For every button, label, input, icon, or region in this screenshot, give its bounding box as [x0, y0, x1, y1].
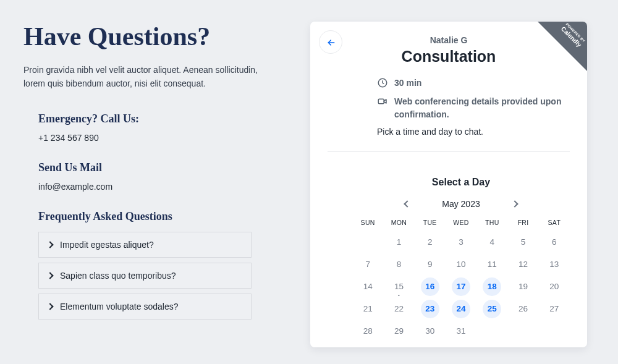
calendar-day: 29 [383, 321, 414, 341]
calendar-day[interactable]: 17 [446, 277, 476, 297]
emergency-heading: Emergency? Call Us: [38, 112, 283, 125]
arrow-left-icon [326, 38, 335, 46]
email-address[interactable]: info@example.com [38, 182, 283, 192]
calendar-day: 1 [383, 232, 414, 252]
calendar: Select a Day May 2023 SUNMONTUEWEDTHUFRI… [310, 164, 587, 347]
chevron-right-icon [46, 242, 53, 248]
calendar-day: 13 [539, 255, 570, 274]
emergency-block: Emergency? Call Us: +1 234 567 890 [38, 112, 283, 143]
calendar-day[interactable]: 23 [415, 299, 446, 319]
phone-number[interactable]: +1 234 567 890 [38, 133, 283, 143]
back-button[interactable] [319, 30, 342, 54]
day-of-week-label: WED [446, 219, 476, 230]
calendar-day[interactable]: 25 [476, 299, 507, 319]
calendar-day: 28 [352, 321, 383, 341]
svg-rect-1 [378, 99, 384, 104]
day-of-week-label: MON [383, 219, 414, 230]
calendar-day [476, 321, 507, 341]
day-of-week-label: SAT [539, 219, 570, 230]
calendar-day: 21 [352, 299, 383, 319]
month-label: May 2023 [442, 199, 480, 209]
conference-text: Web conferencing details provided upon c… [394, 95, 570, 121]
prev-month-button[interactable] [400, 197, 415, 211]
clock-icon [377, 77, 388, 88]
divider [328, 151, 570, 152]
calendar-day: 3 [446, 232, 476, 252]
calendly-card: POWERED BY Calendly Natalie G Consultati… [310, 22, 587, 347]
calendar-day: 8 [383, 255, 414, 274]
faq-block: Frequently Asked Questions Impedit egest… [38, 210, 283, 320]
next-month-button[interactable] [507, 197, 522, 211]
calendar-day: 11 [476, 255, 507, 274]
calendar-day: 4 [476, 232, 507, 252]
chevron-right-icon [46, 303, 53, 310]
calendar-day [507, 321, 538, 341]
faq-item[interactable]: Impedit egestas aliquet? [38, 232, 252, 258]
calendly-column: POWERED BY Calendly Natalie G Consultati… [310, 22, 592, 342]
calendar-day: 2 [415, 232, 446, 252]
month-nav: May 2023 [352, 197, 570, 211]
day-of-week-label: TUE [415, 219, 446, 230]
calendar-day: 19 [507, 277, 538, 297]
questions-column: Have Questions? Proin gravida nibh vel v… [23, 22, 283, 342]
calendar-day [539, 321, 570, 341]
calendar-day: 12 [507, 255, 538, 274]
faq-item-label: Elementum voluptate sodales? [60, 302, 178, 311]
calendar-day: 30 [415, 321, 446, 341]
page-title: Have Questions? [23, 22, 283, 51]
event-title: Consultation [328, 48, 570, 66]
duration-row: 30 min [377, 77, 570, 89]
mail-block: Send Us Mail info@example.com [38, 161, 283, 192]
calendar-day[interactable]: 24 [446, 299, 476, 319]
conference-row: Web conferencing details provided upon c… [377, 95, 570, 121]
day-of-week-label: SUN [352, 219, 383, 230]
calendar-day: 15 [383, 277, 414, 297]
video-icon [377, 96, 388, 107]
faq-item-label: Impedit egestas aliquet? [60, 240, 154, 250]
page-subtitle: Proin gravida nibh vel velit auctor aliq… [23, 64, 271, 90]
calendar-day [352, 232, 383, 252]
faq-item[interactable]: Elementum voluptate sodales? [38, 294, 252, 320]
day-of-week-label: THU [476, 219, 507, 230]
calendar-day: 20 [539, 277, 570, 297]
calendar-day: 22 [383, 299, 414, 319]
chevron-left-icon [404, 200, 411, 207]
calendar-day: 9 [415, 255, 446, 274]
calendar-day: 7 [352, 255, 383, 274]
select-day-heading: Select a Day [352, 177, 570, 188]
chevron-right-icon [511, 200, 518, 207]
calendar-day: 14 [352, 277, 383, 297]
host-name: Natalie G [328, 35, 570, 45]
calendar-day[interactable]: 16 [415, 277, 446, 297]
faq-heading: Frequently Asked Questions [38, 210, 283, 223]
faq-item-label: Sapien class quo temporibus? [60, 271, 176, 281]
calendar-day: 5 [507, 232, 538, 252]
chevron-right-icon [46, 273, 53, 279]
calendar-day: 31 [446, 321, 476, 341]
duration-text: 30 min [394, 77, 421, 89]
calendar-day: 26 [507, 299, 538, 319]
calendar-day: 27 [539, 299, 570, 319]
prompt-text: Pick a time and day to chat. [377, 127, 570, 137]
calendar-day: 10 [446, 255, 476, 274]
faq-accordion: Impedit egestas aliquet? Sapien class qu… [38, 232, 252, 320]
day-of-week-label: FRI [507, 219, 538, 230]
calendar-day: 6 [539, 232, 570, 252]
faq-item[interactable]: Sapien class quo temporibus? [38, 263, 252, 289]
calendar-day[interactable]: 18 [476, 277, 507, 297]
mail-heading: Send Us Mail [38, 161, 283, 174]
